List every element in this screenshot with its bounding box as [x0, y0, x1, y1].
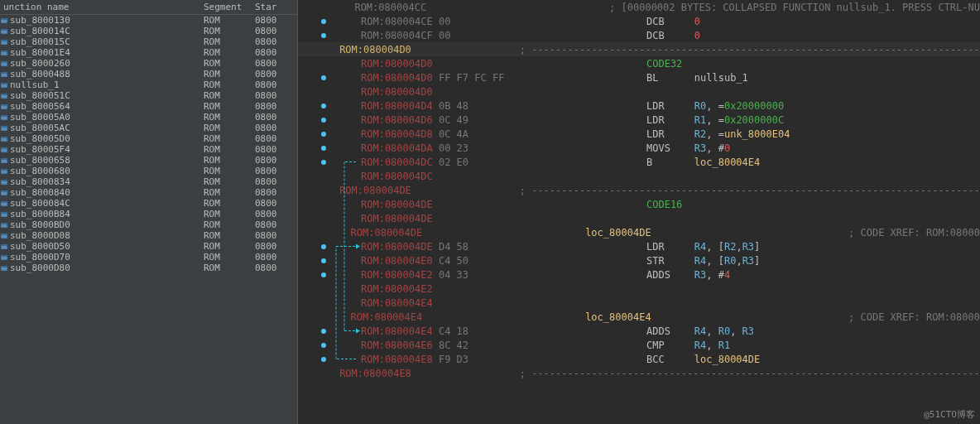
function-row[interactable]: sub_8000D70ROM0800 [0, 252, 297, 263]
function-name: sub_80001E4 [10, 47, 204, 58]
function-row[interactable]: sub_8000D08ROM0800 [0, 230, 297, 241]
function-row[interactable]: sub_80005ACROM0800 [0, 123, 297, 133]
function-icon [0, 264, 8, 272]
svg-rect-21 [1, 126, 7, 128]
code-line[interactable]: ROM:080004D0 FF F7 FC FFBL nullsub_1 [298, 70, 980, 84]
code-line[interactable]: ROM:080004CF 00DCB 0 [298, 28, 980, 42]
code-line[interactable]: ROM:080004DEloc_80004DE ; CODE XREF: ROM… [298, 225, 980, 239]
code-line[interactable]: ROM:080004D4 0B 48LDR R0, =0x20000000 [298, 99, 980, 113]
function-star: 0800 [255, 69, 296, 80]
function-row[interactable]: sub_80005A0ROM0800 [0, 112, 297, 123]
function-row[interactable]: sub_8000680ROM0800 [0, 166, 297, 176]
function-star: 0800 [255, 187, 296, 198]
function-row[interactable]: sub_800015CROM0800 [0, 36, 297, 47]
breakpoint-dot-icon[interactable] [321, 104, 326, 108]
function-segment: ROM [204, 155, 255, 166]
code-line[interactable]: ROM:080004CC; [00000002 BYTES: COLLAPSED… [298, 0, 980, 14]
header-star[interactable]: Star [255, 2, 296, 12]
function-icon [0, 253, 8, 262]
code-line[interactable]: ROM:080004D0CODE32 [298, 56, 980, 70]
function-row[interactable]: sub_8000D80ROM0800 [0, 263, 297, 273]
gutter [298, 104, 331, 108]
function-row[interactable]: sub_8000130ROM0800 [0, 15, 297, 26]
code-line[interactable]: ROM:080004E2 [298, 282, 980, 296]
function-row[interactable]: sub_8000658ROM0800 [0, 155, 297, 166]
function-row[interactable]: sub_8000260ROM0800 [0, 58, 297, 69]
code-line[interactable]: ROM:080004DC [298, 169, 980, 183]
breakpoint-dot-icon[interactable] [321, 329, 326, 334]
functions-header: unction name Segment Star [0, 0, 297, 15]
code-line[interactable]: ROM:080004DE D4 58LDR R4, [R2,R3] [298, 239, 980, 253]
asm-text: B loc_80004E4 [646, 157, 980, 168]
code-line[interactable]: ROM:080004E4 [298, 296, 980, 310]
code-line[interactable]: ROM:080004DECODE16 [298, 197, 980, 211]
breakpoint-dot-icon[interactable] [321, 272, 326, 277]
code-line[interactable]: ROM:080004D6 0C 49LDR R1, =0x2000000C [298, 113, 980, 127]
function-row[interactable]: sub_800051CROM0800 [0, 90, 297, 101]
gutter [298, 33, 331, 38]
code-line[interactable]: ROM:080004E8; --------------------------… [298, 366, 980, 380]
code-line[interactable]: ROM:080004E4loc_80004E4 ; CODE XREF: ROM… [298, 310, 980, 324]
function-star: 0800 [255, 241, 296, 252]
breakpoint-dot-icon[interactable] [321, 160, 326, 165]
breakpoint-dot-icon[interactable] [321, 343, 326, 348]
function-row[interactable]: sub_8000834ROM0800 [0, 176, 297, 187]
function-row[interactable]: sub_8000840ROM0800 [0, 187, 297, 198]
function-row[interactable]: sub_8000564ROM0800 [0, 101, 297, 112]
function-segment: ROM [204, 123, 255, 133]
function-star: 0800 [255, 198, 296, 209]
function-segment: ROM [204, 58, 255, 69]
function-icon [0, 49, 8, 57]
function-row[interactable]: sub_8000D50ROM0800 [0, 241, 297, 252]
code-line[interactable]: ROM:080004DA 00 23MOVS R3, #0 [298, 141, 980, 155]
function-row[interactable]: nullsub_1ROM0800 [0, 80, 297, 90]
breakpoint-dot-icon[interactable] [321, 132, 326, 137]
function-icon [0, 27, 8, 36]
code-line[interactable]: ROM:080004E2 04 33ADDS R3, #4 [298, 267, 980, 282]
code-line[interactable]: ROM:080004E8 F9 D3BCC loc_80004DE [298, 352, 980, 366]
function-star: 0800 [255, 90, 296, 101]
code-line[interactable]: ROM:080004E6 8C 42CMP R4, R1 [298, 338, 980, 352]
code-line[interactable]: ROM:080004D0 [298, 84, 980, 99]
code-area[interactable]: ROM:080004CC; [00000002 BYTES: COLLAPSED… [298, 0, 980, 380]
breakpoint-dot-icon[interactable] [321, 146, 326, 151]
code-line[interactable]: ROM:080004DC 02 E0B loc_80004E4 [298, 155, 980, 169]
function-row[interactable]: sub_80005F4ROM0800 [0, 144, 297, 155]
function-row[interactable]: sub_8000B84ROM0800 [0, 209, 297, 219]
breakpoint-dot-icon[interactable] [321, 357, 326, 362]
address-bytes: ROM:080004E8 F9 D3 [361, 354, 646, 365]
code-line[interactable]: ROM:080004E0 C4 50STR R4, [R0,R3] [298, 253, 980, 267]
function-row[interactable]: sub_80001E4ROM0800 [0, 47, 297, 58]
breakpoint-dot-icon[interactable] [321, 244, 326, 249]
function-name: sub_8000130 [10, 15, 204, 26]
function-icon [0, 178, 8, 186]
header-name[interactable]: unction name [0, 2, 204, 12]
breakpoint-dot-icon[interactable] [321, 19, 326, 24]
function-row[interactable]: sub_800014CROM0800 [0, 26, 297, 36]
breakpoint-dot-icon[interactable] [321, 75, 326, 80]
function-row[interactable]: sub_8000BD0ROM0800 [0, 219, 297, 230]
function-icon [0, 38, 8, 46]
svg-rect-23 [1, 137, 7, 138]
address-bytes: ROM:080004D0 FF F7 FC FF [361, 72, 646, 84]
code-line[interactable]: ROM:080004D0; --------------------------… [298, 42, 980, 56]
asm-text: BCC loc_80004DE [646, 354, 980, 365]
header-segment[interactable]: Segment [204, 2, 255, 12]
code-line[interactable]: ROM:080004E4 C4 18ADDS R4, R0, R3 [298, 324, 980, 338]
breakpoint-dot-icon[interactable] [321, 258, 326, 263]
function-row[interactable]: sub_8000488ROM0800 [0, 69, 297, 80]
code-line[interactable]: ROM:080004D8 0C 4ALDR R2, =unk_8000E04 [298, 127, 980, 141]
function-row[interactable]: sub_80005D0ROM0800 [0, 133, 297, 144]
address-bytes: ROM:080004D0 [361, 58, 646, 70]
disassembly-panel[interactable]: ROM:080004CC; [00000002 BYTES: COLLAPSED… [298, 0, 980, 424]
gutter [298, 357, 331, 362]
code-line[interactable]: ROM:080004DE; --------------------------… [298, 183, 980, 197]
function-star: 0800 [255, 26, 296, 36]
breakpoint-dot-icon[interactable] [321, 118, 326, 123]
gutter [298, 343, 331, 348]
code-line[interactable]: ROM:080004CE 00DCB 0 [298, 14, 980, 28]
breakpoint-dot-icon[interactable] [321, 33, 326, 38]
code-line[interactable]: ROM:080004DE [298, 211, 980, 225]
functions-list[interactable]: sub_8000130ROM0800sub_800014CROM0800sub_… [0, 15, 297, 424]
function-row[interactable]: sub_800084CROM0800 [0, 198, 297, 209]
